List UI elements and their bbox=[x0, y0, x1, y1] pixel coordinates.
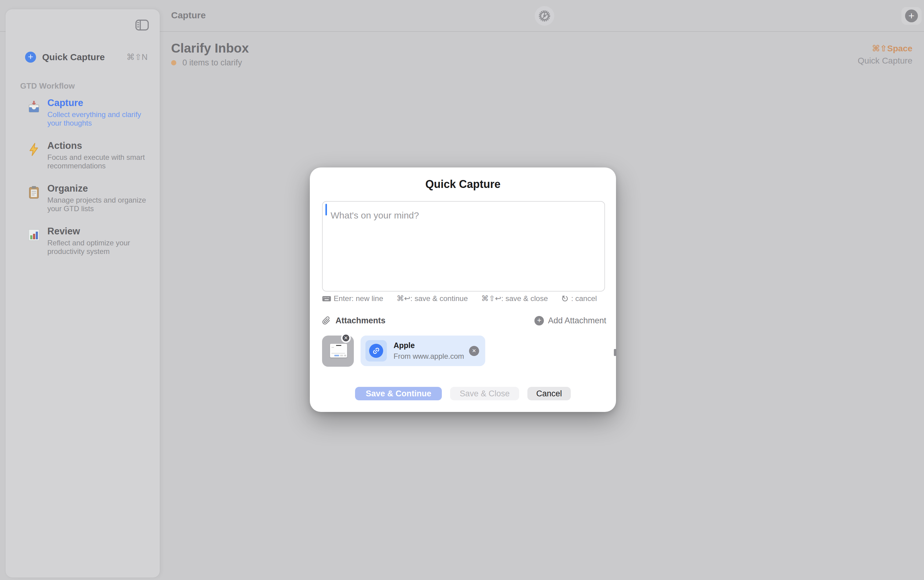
sidebar-item-label: Capture bbox=[47, 97, 151, 109]
add-attachment-plus-icon: + bbox=[534, 316, 544, 325]
add-attachment-label: Add Attachment bbox=[548, 316, 606, 325]
gear-icon bbox=[537, 9, 552, 23]
hint-save-close: ⌘⇧↩: save & close bbox=[481, 294, 548, 303]
settings-button[interactable] bbox=[535, 6, 554, 26]
inbox-tray-icon bbox=[27, 100, 41, 114]
scrollbar-thumb[interactable] bbox=[614, 349, 616, 356]
sidebar-section-label: GTD Workflow bbox=[20, 81, 75, 91]
status-text: 0 items to clarify bbox=[183, 58, 242, 68]
page-title: Clarify Inbox bbox=[171, 41, 249, 56]
sidebar-nav: Capture Collect everything and clarify y… bbox=[5, 97, 160, 268]
sidebar-item-description: Focus and execute with smart recommendat… bbox=[47, 153, 151, 170]
escape-icon bbox=[561, 295, 569, 302]
hint-new-line: Enter: new line bbox=[322, 294, 383, 303]
sidebar-item-label: Organize bbox=[47, 183, 151, 194]
quick-capture-dialog: Quick Capture Enter: new line ⌘↩: save & bbox=[310, 168, 616, 412]
sidebar-item-description: Collect everything and clarify your thou… bbox=[47, 110, 151, 127]
link-title: Apple bbox=[394, 341, 469, 350]
plus-icon: + bbox=[905, 10, 918, 22]
attachments-title-group: Attachments bbox=[322, 316, 534, 325]
add-attachment-button[interactable]: + Add Attachment bbox=[534, 316, 606, 325]
keyboard-icon bbox=[322, 295, 331, 302]
save-continue-button[interactable]: Save & Continue bbox=[355, 387, 442, 400]
global-hotkey-hint: ⌘⇧Space Quick Capture bbox=[858, 43, 912, 66]
toolbar-title: Capture bbox=[171, 10, 206, 20]
attachments-list: × Apple From www.apple.com × bbox=[322, 336, 485, 367]
bar-chart-icon bbox=[27, 228, 41, 242]
hint-save-continue: ⌘↩: save & continue bbox=[397, 294, 468, 303]
new-item-button[interactable]: + bbox=[901, 7, 922, 25]
sidebar-toggle-button[interactable] bbox=[135, 18, 150, 32]
keyboard-hints: Enter: new line ⌘↩: save & continue ⌘⇧↩:… bbox=[322, 294, 597, 303]
text-cursor bbox=[325, 204, 327, 216]
hint-cancel: : cancel bbox=[561, 294, 597, 303]
hotkey-label: Quick Capture bbox=[858, 56, 912, 66]
sidebar-quick-capture-button[interactable]: + Quick Capture ⌘⇧N bbox=[25, 49, 148, 65]
hotkey-combo: ⌘⇧Space bbox=[858, 43, 912, 53]
lightning-icon bbox=[27, 142, 41, 157]
cancel-button[interactable]: Cancel bbox=[527, 387, 571, 400]
screenshot-thumbnail bbox=[330, 344, 347, 358]
link-texts: Apple From www.apple.com bbox=[394, 341, 469, 361]
status-dot bbox=[171, 60, 176, 65]
plus-circle-icon: + bbox=[25, 52, 36, 63]
quick-capture-label: Quick Capture bbox=[42, 52, 127, 63]
remove-link-icon[interactable]: × bbox=[469, 346, 479, 356]
sidebar-item-description: Manage projects and organize your GTD li… bbox=[47, 196, 151, 213]
sidebar-item-organize[interactable]: Organize Manage projects and organize yo… bbox=[5, 183, 160, 213]
dialog-buttons: Save & Continue Save & Close Cancel bbox=[310, 387, 616, 400]
remove-attachment-icon[interactable]: × bbox=[341, 333, 351, 343]
quick-capture-shortcut: ⌘⇧N bbox=[127, 52, 148, 62]
sidebar-item-capture[interactable]: Capture Collect everything and clarify y… bbox=[5, 97, 160, 127]
inbox-status: 0 items to clarify bbox=[171, 58, 242, 68]
paperclip-icon bbox=[322, 316, 331, 325]
link-subtitle: From www.apple.com bbox=[394, 352, 469, 361]
dialog-title: Quick Capture bbox=[310, 178, 616, 191]
attachment-image-thumbnail[interactable]: × bbox=[322, 336, 354, 367]
attachments-label: Attachments bbox=[336, 316, 385, 325]
sidebar-item-description: Reflect and optimize your productivity s… bbox=[47, 239, 151, 256]
link-icon bbox=[369, 344, 383, 358]
sidebar-item-review[interactable]: Review Reflect and optimize your product… bbox=[5, 226, 160, 256]
capture-input[interactable] bbox=[322, 201, 605, 292]
sidebar-item-actions[interactable]: Actions Focus and execute with smart rec… bbox=[5, 140, 160, 170]
clipboard-icon bbox=[27, 185, 41, 199]
sidebar: + Quick Capture ⌘⇧N GTD Workflow Capture… bbox=[5, 9, 160, 578]
sidebar-item-label: Review bbox=[47, 226, 151, 237]
attachments-header: Attachments + Add Attachment bbox=[322, 313, 606, 328]
attachment-link-card[interactable]: Apple From www.apple.com × bbox=[361, 336, 485, 366]
capture-input-wrap bbox=[322, 201, 605, 292]
app-window: Capture + bbox=[0, 0, 924, 580]
sidebar-toggle-icon bbox=[135, 20, 149, 31]
save-close-button[interactable]: Save & Close bbox=[450, 387, 519, 400]
link-icon-tile bbox=[366, 340, 387, 361]
sidebar-item-label: Actions bbox=[47, 140, 151, 152]
